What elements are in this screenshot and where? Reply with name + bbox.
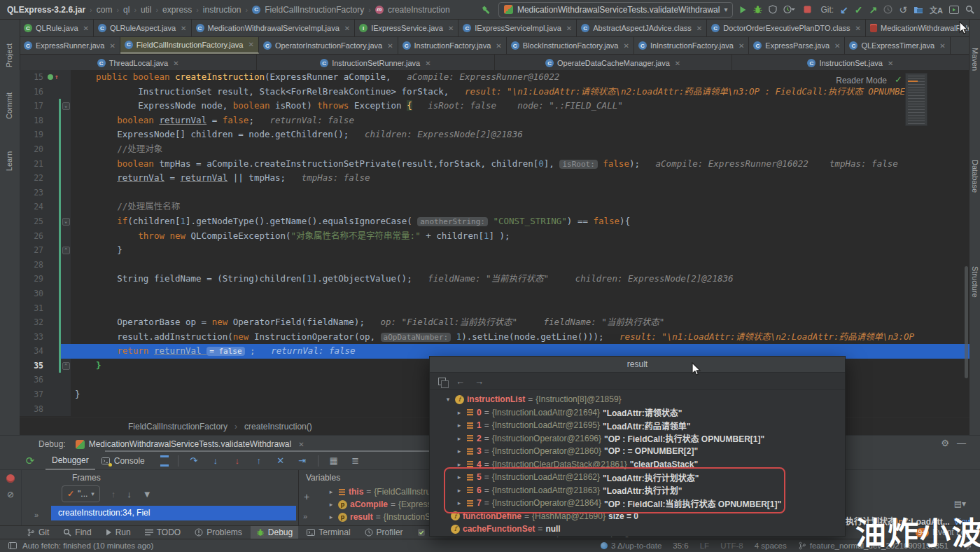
fold-region[interactable] — [61, 272, 71, 287]
close-tab-icon[interactable]: ✕ — [624, 42, 629, 50]
close-tab-icon[interactable]: ✕ — [173, 60, 178, 67]
variable-tree-row[interactable]: ▾finstructionList = {Instruction[8]@2185… — [430, 393, 845, 406]
update-icon[interactable]: ↙ — [840, 4, 848, 15]
editor-tab[interactable]: CInstructionSetRunner.java✕ — [257, 55, 494, 71]
restore-layout-icon[interactable]: ▤▾ — [954, 499, 966, 509]
tool-window-button-profiler[interactable]: Profiler — [359, 526, 409, 539]
variable-tree-row[interactable]: fcacheFunctionSet = null — [430, 523, 845, 536]
line-number[interactable]: 25 — [20, 214, 48, 229]
step-out-icon[interactable]: ↑ — [253, 455, 265, 466]
fold-region[interactable] — [61, 330, 71, 345]
profiler-icon[interactable] — [783, 5, 797, 14]
status-widget[interactable]: 35:6 — [673, 541, 688, 550]
fold-region[interactable] — [61, 171, 71, 186]
gutter-markers[interactable] — [48, 330, 59, 345]
close-tab-icon[interactable]: ✕ — [248, 41, 253, 48]
editor-tab[interactable]: COperateDataCacheManager.java✕ — [495, 55, 732, 71]
gutter-markers[interactable] — [48, 186, 59, 200]
build-hammer-icon[interactable] — [479, 4, 492, 16]
run-icon[interactable] — [739, 5, 747, 14]
gutter-markers[interactable]: ↑ — [48, 70, 59, 85]
play-icon[interactable] — [106, 529, 112, 536]
fold-region[interactable] — [61, 229, 71, 244]
editor-tab[interactable]: CInstructionSet.java✕ — [732, 55, 969, 71]
gutter-markers[interactable] — [48, 85, 59, 99]
run-to-cursor-icon[interactable]: ⇥ — [296, 455, 309, 466]
variable-tree-row[interactable]: ffunctionDefine = {HashMap@21690} size =… — [430, 510, 845, 523]
fold-region[interactable] — [61, 315, 71, 330]
close-tab-icon[interactable]: ✕ — [888, 60, 893, 67]
line-number[interactable]: 15 — [20, 70, 48, 85]
editor-scrollbar[interactable] — [965, 266, 968, 378]
tool-window-button-git[interactable]: Git — [21, 526, 55, 539]
close-tab-icon[interactable]: ✕ — [83, 25, 89, 32]
breadcrumb-item[interactable]: FieldCallInstructionFactory — [265, 5, 364, 15]
gutter-markers[interactable] — [48, 402, 59, 417]
debug-icon[interactable] — [753, 5, 762, 14]
mute-breakpoints-icon[interactable]: ⊘ — [7, 490, 14, 499]
rollback-icon[interactable]: ↺ — [899, 4, 907, 15]
minimize-icon[interactable]: — — [957, 438, 966, 448]
dot-blue-icon[interactable] — [601, 542, 608, 549]
alert-icon[interactable] — [195, 528, 203, 537]
tab-console[interactable]: Console — [95, 452, 151, 470]
close-tab-icon[interactable]: ✕ — [675, 60, 680, 67]
gutter-markers[interactable] — [48, 272, 59, 287]
chevron-right-icon[interactable]: ▸ — [455, 474, 463, 481]
editor-tab[interactable]: COperatorInstructionFactory.java✕ — [259, 37, 398, 54]
fold-region[interactable] — [61, 258, 71, 272]
line-number[interactable]: 17 — [20, 99, 48, 113]
fold-region[interactable] — [61, 186, 71, 200]
line-number[interactable]: 16 — [20, 85, 48, 99]
evaluate-expression-icon[interactable]: ▦ — [328, 455, 340, 466]
inspect-icon[interactable] — [438, 378, 446, 385]
gutter-markers[interactable] — [48, 373, 59, 387]
variable-tree-row[interactable]: ▸2 = {InstructionOperator@21696} "OP : F… — [430, 432, 845, 446]
variable-tree-row[interactable]: ▸7 = {InstructionOperator@21864} "OP : F… — [430, 497, 845, 510]
gutter-markers[interactable] — [48, 315, 59, 330]
fold-region[interactable] — [61, 113, 71, 128]
mag-icon[interactable] — [63, 528, 71, 537]
fold-region[interactable] — [61, 287, 71, 301]
gutter-markers[interactable] — [48, 344, 59, 359]
fold-region[interactable] — [61, 301, 71, 316]
chevron-right-icon[interactable]: ▸ — [455, 499, 463, 506]
editor-tab[interactable]: CExpressRunner.java✕ — [20, 37, 120, 54]
chevron-right-icon[interactable]: ▸ — [455, 435, 463, 442]
gutter-markers[interactable] — [48, 229, 59, 244]
editor-tab[interactable]: CBlockInstructionFactory.java✕ — [507, 37, 634, 54]
prev-frame-icon[interactable]: ↑ — [111, 489, 116, 499]
force-step-into-icon[interactable]: ↓ — [231, 455, 244, 466]
drop-frame-icon[interactable]: ✕ — [274, 455, 287, 466]
step-over-icon[interactable]: ↷ — [188, 455, 200, 466]
editor-tab[interactable]: CQLRuleAspect.java✕ — [94, 20, 192, 36]
status-widget[interactable]: 3 Δ/up-to-date — [601, 541, 662, 550]
scroll-more-icon[interactable]: » — [34, 511, 38, 519]
run-anything-icon[interactable] — [949, 4, 959, 15]
variable-inspection-popup[interactable]: result ← → ▾finstructionList = {Instruct… — [429, 356, 846, 537]
status-widget[interactable]: LF — [700, 541, 709, 550]
add-watch-icon[interactable]: + — [304, 491, 309, 502]
chevron-right-icon[interactable]: ▸ — [455, 409, 463, 416]
line-number[interactable]: 33 — [20, 330, 48, 345]
line-number[interactable]: 36 — [20, 373, 48, 387]
line-number[interactable]: 22 — [20, 171, 48, 186]
gutter-markers[interactable] — [48, 214, 59, 229]
editor-tab[interactable]: CFieldCallInstructionFactory.java✕ — [120, 37, 259, 54]
run-configuration-select[interactable]: MedicationWithdrawalServiceTests.validat… — [498, 2, 733, 18]
tool-window-button-maven[interactable]: Maven — [971, 48, 979, 71]
fold-region[interactable]: ⌃ — [61, 243, 71, 258]
fold-region[interactable]: ⌃ — [61, 359, 71, 373]
chevron-right-icon[interactable]: ▸ — [327, 488, 335, 495]
fold-region[interactable] — [61, 373, 71, 387]
tool-window-button-find[interactable]: Find — [57, 526, 97, 539]
popup-title[interactable]: result — [430, 357, 845, 373]
line-number[interactable]: 18 — [20, 113, 48, 128]
editor-tab[interactable]: CExpressParse.java✕ — [749, 37, 845, 54]
line-number[interactable]: 20 — [20, 142, 48, 157]
gutter-markers[interactable] — [48, 387, 59, 402]
coverage-icon[interactable] — [769, 5, 777, 14]
editor-tab[interactable]: CInstructionFactory.java✕ — [398, 37, 507, 54]
breadcrumb-item[interactable]: ql — [123, 5, 130, 15]
line-number[interactable]: 38 — [20, 402, 48, 417]
